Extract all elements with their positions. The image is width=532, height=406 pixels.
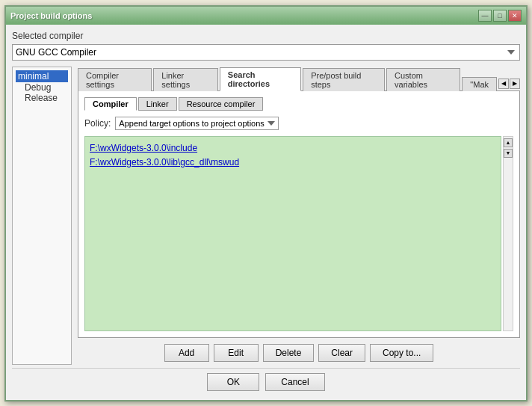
tab-compiler-settings[interactable]: Compiler settings [78, 68, 152, 91]
copy-to-button[interactable]: Copy to... [370, 344, 433, 362]
tab-nav-next[interactable]: ▶ [510, 79, 520, 89]
compiler-select[interactable]: GNU GCC Compiler [12, 44, 520, 61]
tree-item-debug[interactable]: Debug [16, 82, 68, 93]
window-body: Selected compiler GNU GCC Compiler minim… [6, 25, 526, 400]
tree-item-release[interactable]: Release [16, 93, 68, 103]
tab-search-directories[interactable]: Search directories [220, 67, 301, 91]
window-title: Project build options [10, 11, 92, 20]
tab-custom-variables[interactable]: Custom variables [386, 68, 460, 91]
main-content: minimal Debug Release Compiler settings … [12, 67, 520, 365]
close-button[interactable]: ✕ [508, 10, 522, 22]
ok-button[interactable]: OK [207, 373, 259, 391]
policy-label: Policy: [84, 118, 111, 129]
clear-button[interactable]: Clear [318, 344, 365, 362]
dir-entry-0[interactable]: F:\wxWidgets-3.0.0\include [90, 141, 496, 156]
content-with-scroll: F:\wxWidgets-3.0.0\include F:\wxWidgets-… [84, 136, 513, 331]
dir-entry-1[interactable]: F:\wxWidgets-3.0.0\lib\gcc_dll\mswud [90, 156, 496, 170]
right-panel: Compiler settings Linker settings Search… [78, 67, 520, 365]
maximize-button[interactable]: □ [493, 10, 507, 22]
tab-pre-post-build[interactable]: Pre/post build steps [303, 68, 385, 91]
inner-tab-linker[interactable]: Linker [138, 97, 177, 111]
tabs-outer: Compiler settings Linker settings Search… [78, 67, 520, 338]
footer-buttons: OK Cancel [12, 368, 520, 394]
scrollbar: ▲ ▼ [503, 136, 513, 331]
scroll-up-btn[interactable]: ▲ [504, 138, 513, 147]
tab-linker-settings[interactable]: Linker settings [153, 68, 218, 91]
delete-button[interactable]: Delete [263, 344, 315, 362]
tab-nav-prev[interactable]: ◀ [498, 79, 509, 89]
tab-mak[interactable]: "Mak [462, 77, 497, 91]
inner-tab-resource-compiler[interactable]: Resource compiler [179, 97, 264, 111]
compiler-label: Selected compiler [12, 31, 520, 41]
add-button[interactable]: Add [164, 344, 209, 362]
inner-tab-compiler[interactable]: Compiler [84, 97, 137, 111]
policy-select[interactable]: Append target options to project options [115, 117, 279, 130]
action-buttons: Add Edit Delete Clear Copy to... [78, 338, 520, 365]
inner-tab-row: Compiler Linker Resource compiler [84, 97, 513, 111]
tab-content-area: Compiler Linker Resource compiler Policy… [78, 90, 520, 338]
edit-button[interactable]: Edit [214, 344, 259, 362]
minimize-button[interactable]: — [478, 10, 492, 22]
tree-item-minimal[interactable]: minimal [16, 70, 68, 82]
directories-list[interactable]: F:\wxWidgets-3.0.0\include F:\wxWidgets-… [84, 136, 501, 331]
scroll-down-btn[interactable]: ▼ [504, 149, 513, 158]
window-controls: — □ ✕ [478, 10, 522, 22]
compiler-section: Selected compiler GNU GCC Compiler [12, 31, 520, 61]
cancel-button[interactable]: Cancel [265, 373, 324, 391]
policy-row: Policy: Append target options to project… [84, 117, 513, 130]
title-bar: Project build options — □ ✕ [6, 7, 526, 25]
tab-nav-buttons: ◀ ▶ [498, 79, 520, 90]
left-tree-panel: minimal Debug Release [12, 67, 72, 365]
main-window: Project build options — □ ✕ Selected com… [4, 5, 528, 402]
outer-tab-row: Compiler settings Linker settings Search… [78, 67, 520, 91]
